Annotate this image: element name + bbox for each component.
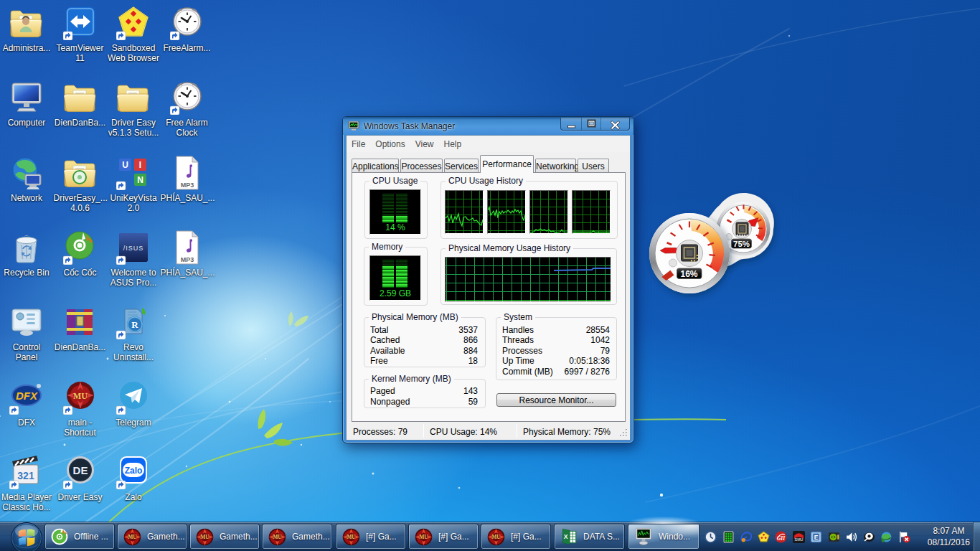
svg-text:X: X: [564, 533, 568, 540]
svg-text:16%: 16%: [680, 269, 697, 279]
svg-text:U: U: [122, 160, 128, 170]
svg-text:/ISUS: /ISUS: [123, 245, 144, 252]
svg-text:75%: 75%: [733, 240, 750, 248]
svg-text:DE: DE: [72, 464, 88, 476]
svg-text:E: E: [814, 533, 819, 540]
svg-text:Zalo: Zalo: [125, 466, 143, 476]
svg-text:MU: MU: [73, 391, 88, 401]
svg-text:I: I: [139, 160, 141, 170]
svg-text:SMU: SMU: [794, 537, 803, 541]
svg-text:321: 321: [17, 470, 34, 481]
svg-text:R: R: [131, 319, 138, 330]
svg-text:GII: GII: [777, 534, 786, 541]
svg-text:N: N: [137, 175, 143, 185]
svg-text:DFX: DFX: [16, 390, 38, 402]
